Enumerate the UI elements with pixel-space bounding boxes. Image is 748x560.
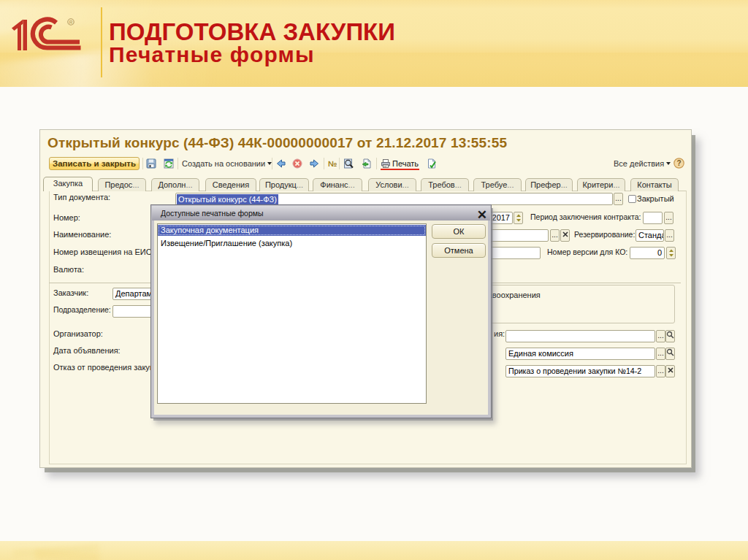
svg-text:?: ? bbox=[676, 159, 681, 167]
svg-text:R: R bbox=[69, 20, 73, 25]
